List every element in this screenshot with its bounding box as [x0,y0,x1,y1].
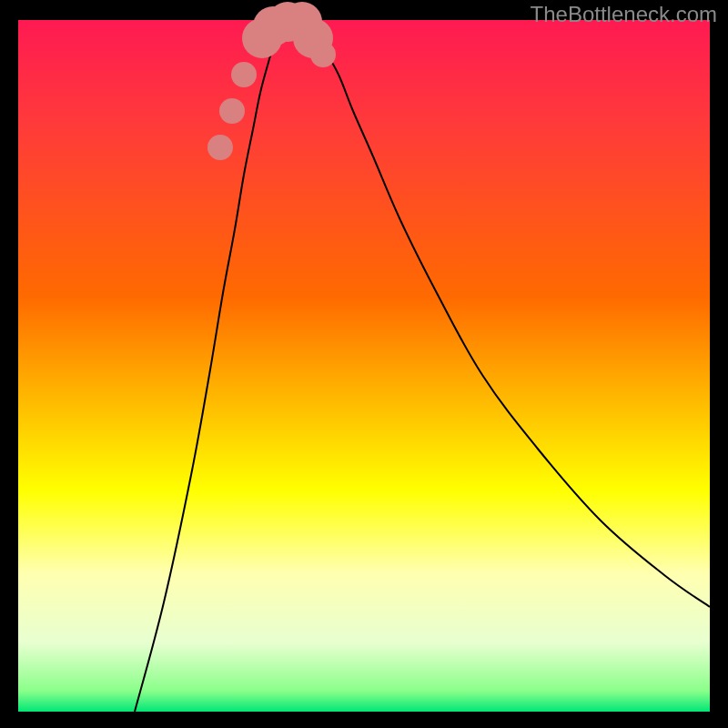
chart-container: TheBottleneck.com [0,0,728,728]
curve-marker [231,62,257,87]
watermark-text: TheBottleneck.com [531,2,717,27]
chart-svg [0,0,728,728]
curve-marker [219,98,245,124]
curve-marker [207,135,233,160]
curve-marker [310,42,336,67]
plot-background [18,20,710,712]
